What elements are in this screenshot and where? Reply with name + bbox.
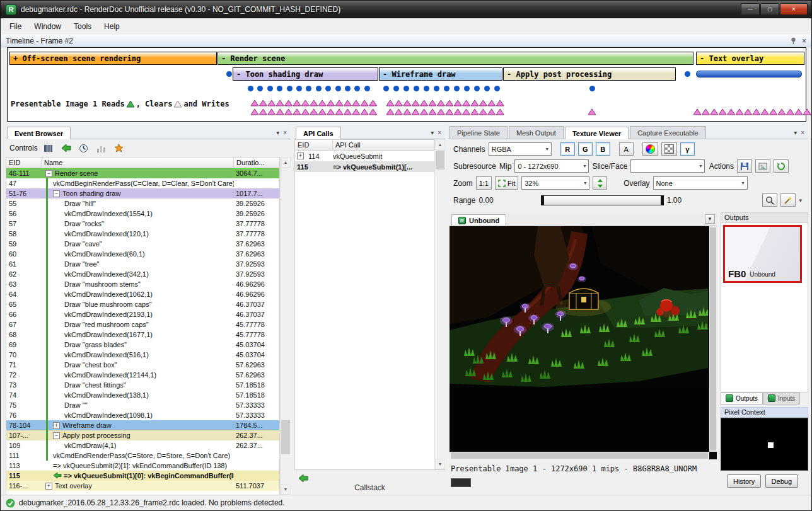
tab-list-icon[interactable]: ▼ bbox=[705, 214, 715, 224]
event-row-60[interactable]: 60vkCmdDrawIndexed(60,1)37.62963 bbox=[6, 249, 279, 259]
viewport-hscrollbar[interactable] bbox=[450, 452, 709, 459]
event-row-56[interactable]: 56vkCmdDrawIndexed(1554,1)39.25926 bbox=[6, 209, 279, 219]
channel-red-button[interactable]: R bbox=[560, 142, 575, 156]
timeline-band[interactable]: + Off-screen scene rendering bbox=[9, 52, 217, 65]
range-white-handle[interactable] bbox=[661, 195, 664, 205]
zoom-select[interactable]: 32%▾ bbox=[521, 176, 589, 190]
event-row-73[interactable]: 73Draw "chest fittings"57.18518 bbox=[6, 380, 279, 390]
channel-green-button[interactable]: G bbox=[578, 142, 593, 156]
scroll-up-icon[interactable]: ▲ bbox=[435, 139, 445, 150]
custom-display-button[interactable] bbox=[642, 142, 658, 156]
timeline-write-markers[interactable] bbox=[251, 108, 379, 115]
fb0-thumbnail[interactable]: FB0 Unbound bbox=[723, 225, 802, 283]
timeline-draw-dot[interactable] bbox=[306, 86, 311, 91]
save-texture-button[interactable] bbox=[737, 159, 752, 173]
texture-tab-unbound[interactable]: R Unbound bbox=[451, 214, 506, 226]
timeline-draw-dot[interactable] bbox=[354, 86, 360, 91]
channel-blue-button[interactable]: B bbox=[596, 142, 610, 156]
timeline-draw-dot[interactable] bbox=[589, 86, 595, 91]
menu-tools[interactable]: Tools bbox=[67, 20, 98, 33]
open-image-button[interactable] bbox=[755, 159, 770, 173]
timeline-draw-dot[interactable] bbox=[434, 86, 439, 91]
event-row-68[interactable]: 68vkCmdDrawIndexed(1677,1)45.77778 bbox=[6, 330, 279, 340]
overflow-icon[interactable]: ▾ bbox=[799, 197, 803, 204]
minimize-button[interactable]: ─ bbox=[741, 3, 760, 15]
timeline-write-markers[interactable] bbox=[588, 108, 598, 115]
scrollbar-thumb[interactable] bbox=[451, 452, 708, 459]
gamma-button[interactable]: γ bbox=[680, 142, 695, 156]
bookmark-icon[interactable] bbox=[112, 141, 126, 155]
slice-face-select[interactable]: ▾ bbox=[630, 159, 705, 173]
timeline-dock-header[interactable]: Timeline - Frame #2 × bbox=[1, 35, 811, 47]
timeline-draw-dot[interactable] bbox=[325, 86, 331, 91]
timeline-draw-dot[interactable] bbox=[464, 86, 470, 91]
goto-eid-icon[interactable] bbox=[59, 141, 73, 155]
scrollbar-thumb[interactable] bbox=[436, 151, 444, 169]
timeline-write-markers[interactable] bbox=[386, 108, 506, 115]
timeline-draw-dot[interactable] bbox=[364, 86, 370, 91]
viewport-vscrollbar[interactable] bbox=[709, 226, 717, 452]
tab-texture-viewer[interactable]: Texture Viewer bbox=[565, 127, 629, 139]
time-durations-icon[interactable] bbox=[77, 141, 91, 155]
timeline-draw-dot[interactable] bbox=[494, 86, 500, 91]
timeline-draw-dot[interactable] bbox=[474, 86, 480, 91]
scroll-down-icon[interactable]: ▼ bbox=[281, 484, 291, 495]
fit-button[interactable]: Fit bbox=[495, 176, 518, 190]
pin-icon[interactable] bbox=[790, 37, 797, 45]
event-row-61[interactable]: 61Draw "tree"37.92593 bbox=[6, 259, 279, 269]
scrollbar-thumb[interactable] bbox=[281, 420, 290, 454]
tab-event-browser[interactable]: Event Browser bbox=[7, 127, 71, 139]
api-calls-scrollbar[interactable]: ▲ ▼ bbox=[434, 139, 445, 469]
maximize-button[interactable]: □ bbox=[760, 3, 779, 15]
dock-collapse-icon[interactable]: ▾ bbox=[276, 129, 279, 136]
timeline-draw-dot[interactable] bbox=[403, 86, 409, 91]
event-row-76[interactable]: 76vkCmdDrawIndexed(1098,1)57.33333 bbox=[6, 410, 279, 420]
dock-close-icon[interactable]: × bbox=[801, 129, 804, 136]
tab-outputs[interactable]: Outputs bbox=[721, 393, 763, 405]
event-row-107-...[interactable]: 107-...−Apply post processing262.37... bbox=[6, 430, 279, 440]
range-min-value[interactable]: 0.00 bbox=[478, 196, 493, 205]
timeline-band[interactable]: - Text overlay bbox=[696, 52, 804, 65]
column-eid[interactable]: EID bbox=[295, 140, 333, 150]
dock-collapse-icon[interactable]: ▾ bbox=[431, 129, 434, 136]
timeline-overlay-bar[interactable] bbox=[696, 71, 802, 78]
column-eid[interactable]: EID bbox=[6, 158, 42, 168]
menu-window[interactable]: Window bbox=[28, 20, 67, 33]
event-browser-scrollbar[interactable]: ▲ ▼ bbox=[280, 157, 291, 495]
column-duration[interactable]: Duratio... bbox=[234, 158, 279, 168]
event-row-59[interactable]: 59Draw "cave"37.62963 bbox=[6, 239, 279, 249]
tab-api-calls[interactable]: API Calls bbox=[296, 127, 341, 139]
menu-file[interactable]: File bbox=[3, 20, 28, 33]
timeline-draw-dot[interactable] bbox=[393, 86, 399, 91]
timeline-band[interactable]: - Wireframe draw bbox=[379, 67, 502, 81]
event-row-46-111[interactable]: 46-111−Render scene3064.7... bbox=[6, 168, 279, 178]
event-row-65[interactable]: 65Draw "blue mushroom caps"46.37037 bbox=[6, 299, 279, 309]
close-button[interactable]: × bbox=[780, 3, 808, 15]
event-row-57[interactable]: 57Draw "rocks"37.77778 bbox=[6, 219, 279, 229]
timeline-draw-dot[interactable] bbox=[424, 86, 429, 91]
texture-viewport[interactable] bbox=[450, 226, 717, 459]
scroll-up-icon[interactable]: ▲ bbox=[281, 157, 291, 168]
expander-plus-icon[interactable]: + bbox=[297, 152, 304, 159]
overlay-select[interactable]: None▾ bbox=[653, 176, 748, 190]
timeline-band[interactable]: - Render scene bbox=[218, 52, 693, 65]
timeline-draw-dot[interactable] bbox=[296, 86, 302, 91]
event-row-63[interactable]: 63Draw "mushroom stems"46.96296 bbox=[6, 279, 279, 289]
channels-select[interactable]: RGBA▾ bbox=[489, 142, 552, 156]
debug-button[interactable]: Debug bbox=[765, 474, 798, 488]
event-row-71[interactable]: 71Draw "chest box"57.62963 bbox=[6, 360, 279, 370]
history-button[interactable]: History bbox=[727, 474, 761, 488]
timeline-write-markers[interactable] bbox=[693, 108, 812, 115]
mip-select[interactable]: 0 - 1272x690▾ bbox=[514, 159, 589, 173]
expander-minus-icon[interactable]: − bbox=[53, 190, 60, 197]
event-row-109[interactable]: 109vkCmdDraw(4,1)262.37... bbox=[6, 440, 279, 451]
range-slider[interactable] bbox=[541, 195, 664, 205]
zoom-1-1-button[interactable]: 1:1 bbox=[476, 176, 492, 190]
timeline-draw-dot[interactable] bbox=[267, 86, 273, 91]
timeline-write-markers[interactable] bbox=[386, 100, 506, 106]
event-row-78-104[interactable]: 78-104+Wireframe draw1784.5... bbox=[6, 420, 279, 430]
range-tools-button[interactable] bbox=[780, 193, 796, 207]
stats-icon[interactable] bbox=[95, 141, 108, 155]
event-row-51-76[interactable]: 51-76−Toon shading draw1017.7... bbox=[6, 188, 279, 198]
event-row-67[interactable]: 67Draw "red mushroom caps"45.77778 bbox=[6, 319, 279, 330]
